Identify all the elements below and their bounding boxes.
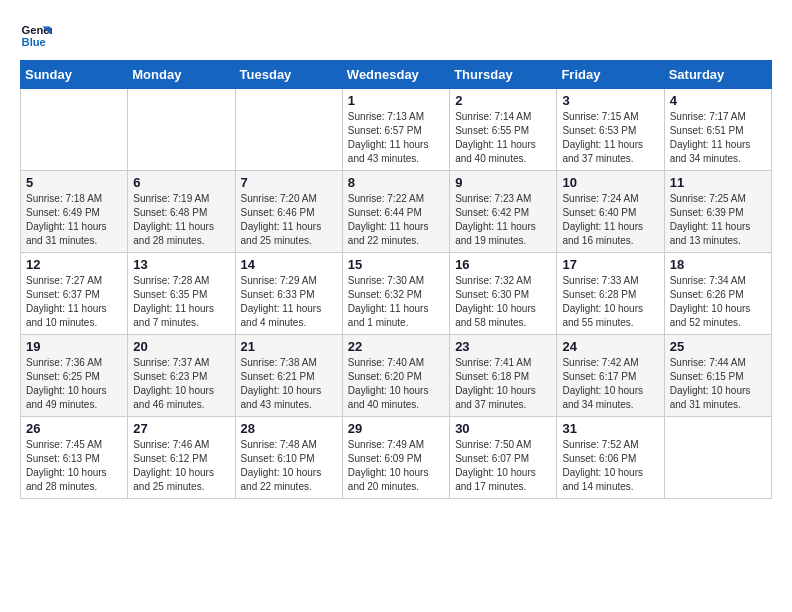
day-info: Sunrise: 7:19 AM Sunset: 6:48 PM Dayligh… <box>133 192 229 248</box>
weekday-header: Wednesday <box>342 61 449 89</box>
day-number: 5 <box>26 175 122 190</box>
day-number: 16 <box>455 257 551 272</box>
calendar-cell: 14Sunrise: 7:29 AM Sunset: 6:33 PM Dayli… <box>235 253 342 335</box>
calendar-cell: 12Sunrise: 7:27 AM Sunset: 6:37 PM Dayli… <box>21 253 128 335</box>
day-info: Sunrise: 7:38 AM Sunset: 6:21 PM Dayligh… <box>241 356 337 412</box>
day-info: Sunrise: 7:30 AM Sunset: 6:32 PM Dayligh… <box>348 274 444 330</box>
calendar-cell <box>664 417 771 499</box>
calendar-cell: 17Sunrise: 7:33 AM Sunset: 6:28 PM Dayli… <box>557 253 664 335</box>
calendar-cell: 15Sunrise: 7:30 AM Sunset: 6:32 PM Dayli… <box>342 253 449 335</box>
weekday-header: Saturday <box>664 61 771 89</box>
calendar-table: SundayMondayTuesdayWednesdayThursdayFrid… <box>20 60 772 499</box>
day-info: Sunrise: 7:23 AM Sunset: 6:42 PM Dayligh… <box>455 192 551 248</box>
calendar-cell: 20Sunrise: 7:37 AM Sunset: 6:23 PM Dayli… <box>128 335 235 417</box>
page-header: General Blue <box>20 20 772 52</box>
day-number: 2 <box>455 93 551 108</box>
day-number: 20 <box>133 339 229 354</box>
day-number: 19 <box>26 339 122 354</box>
day-info: Sunrise: 7:34 AM Sunset: 6:26 PM Dayligh… <box>670 274 766 330</box>
calendar-cell: 16Sunrise: 7:32 AM Sunset: 6:30 PM Dayli… <box>450 253 557 335</box>
day-info: Sunrise: 7:48 AM Sunset: 6:10 PM Dayligh… <box>241 438 337 494</box>
day-info: Sunrise: 7:18 AM Sunset: 6:49 PM Dayligh… <box>26 192 122 248</box>
day-number: 6 <box>133 175 229 190</box>
day-number: 18 <box>670 257 766 272</box>
weekday-header: Thursday <box>450 61 557 89</box>
day-number: 1 <box>348 93 444 108</box>
day-info: Sunrise: 7:15 AM Sunset: 6:53 PM Dayligh… <box>562 110 658 166</box>
day-info: Sunrise: 7:33 AM Sunset: 6:28 PM Dayligh… <box>562 274 658 330</box>
day-number: 13 <box>133 257 229 272</box>
day-info: Sunrise: 7:50 AM Sunset: 6:07 PM Dayligh… <box>455 438 551 494</box>
day-info: Sunrise: 7:20 AM Sunset: 6:46 PM Dayligh… <box>241 192 337 248</box>
calendar-cell: 5Sunrise: 7:18 AM Sunset: 6:49 PM Daylig… <box>21 171 128 253</box>
day-info: Sunrise: 7:46 AM Sunset: 6:12 PM Dayligh… <box>133 438 229 494</box>
calendar-cell: 11Sunrise: 7:25 AM Sunset: 6:39 PM Dayli… <box>664 171 771 253</box>
day-info: Sunrise: 7:49 AM Sunset: 6:09 PM Dayligh… <box>348 438 444 494</box>
day-info: Sunrise: 7:40 AM Sunset: 6:20 PM Dayligh… <box>348 356 444 412</box>
weekday-header: Friday <box>557 61 664 89</box>
day-number: 8 <box>348 175 444 190</box>
day-info: Sunrise: 7:29 AM Sunset: 6:33 PM Dayligh… <box>241 274 337 330</box>
day-number: 30 <box>455 421 551 436</box>
logo: General Blue <box>20 20 56 52</box>
calendar-cell: 25Sunrise: 7:44 AM Sunset: 6:15 PM Dayli… <box>664 335 771 417</box>
day-info: Sunrise: 7:13 AM Sunset: 6:57 PM Dayligh… <box>348 110 444 166</box>
calendar-cell: 8Sunrise: 7:22 AM Sunset: 6:44 PM Daylig… <box>342 171 449 253</box>
calendar-cell: 9Sunrise: 7:23 AM Sunset: 6:42 PM Daylig… <box>450 171 557 253</box>
calendar-cell: 1Sunrise: 7:13 AM Sunset: 6:57 PM Daylig… <box>342 89 449 171</box>
calendar-cell: 6Sunrise: 7:19 AM Sunset: 6:48 PM Daylig… <box>128 171 235 253</box>
day-number: 21 <box>241 339 337 354</box>
calendar-cell: 28Sunrise: 7:48 AM Sunset: 6:10 PM Dayli… <box>235 417 342 499</box>
day-info: Sunrise: 7:52 AM Sunset: 6:06 PM Dayligh… <box>562 438 658 494</box>
day-info: Sunrise: 7:41 AM Sunset: 6:18 PM Dayligh… <box>455 356 551 412</box>
day-number: 4 <box>670 93 766 108</box>
calendar-cell: 24Sunrise: 7:42 AM Sunset: 6:17 PM Dayli… <box>557 335 664 417</box>
day-info: Sunrise: 7:42 AM Sunset: 6:17 PM Dayligh… <box>562 356 658 412</box>
day-number: 11 <box>670 175 766 190</box>
day-info: Sunrise: 7:37 AM Sunset: 6:23 PM Dayligh… <box>133 356 229 412</box>
svg-text:Blue: Blue <box>22 36 46 48</box>
calendar-cell: 13Sunrise: 7:28 AM Sunset: 6:35 PM Dayli… <box>128 253 235 335</box>
day-info: Sunrise: 7:14 AM Sunset: 6:55 PM Dayligh… <box>455 110 551 166</box>
day-info: Sunrise: 7:28 AM Sunset: 6:35 PM Dayligh… <box>133 274 229 330</box>
day-number: 28 <box>241 421 337 436</box>
day-info: Sunrise: 7:25 AM Sunset: 6:39 PM Dayligh… <box>670 192 766 248</box>
day-info: Sunrise: 7:44 AM Sunset: 6:15 PM Dayligh… <box>670 356 766 412</box>
calendar-cell: 23Sunrise: 7:41 AM Sunset: 6:18 PM Dayli… <box>450 335 557 417</box>
day-info: Sunrise: 7:22 AM Sunset: 6:44 PM Dayligh… <box>348 192 444 248</box>
day-number: 3 <box>562 93 658 108</box>
calendar-cell <box>21 89 128 171</box>
day-number: 10 <box>562 175 658 190</box>
calendar-cell: 4Sunrise: 7:17 AM Sunset: 6:51 PM Daylig… <box>664 89 771 171</box>
day-info: Sunrise: 7:32 AM Sunset: 6:30 PM Dayligh… <box>455 274 551 330</box>
day-number: 12 <box>26 257 122 272</box>
day-info: Sunrise: 7:36 AM Sunset: 6:25 PM Dayligh… <box>26 356 122 412</box>
day-number: 25 <box>670 339 766 354</box>
day-info: Sunrise: 7:24 AM Sunset: 6:40 PM Dayligh… <box>562 192 658 248</box>
day-number: 29 <box>348 421 444 436</box>
day-number: 31 <box>562 421 658 436</box>
day-number: 17 <box>562 257 658 272</box>
day-number: 15 <box>348 257 444 272</box>
weekday-header: Sunday <box>21 61 128 89</box>
day-number: 9 <box>455 175 551 190</box>
day-info: Sunrise: 7:45 AM Sunset: 6:13 PM Dayligh… <box>26 438 122 494</box>
day-number: 14 <box>241 257 337 272</box>
calendar-cell: 31Sunrise: 7:52 AM Sunset: 6:06 PM Dayli… <box>557 417 664 499</box>
calendar-cell: 10Sunrise: 7:24 AM Sunset: 6:40 PM Dayli… <box>557 171 664 253</box>
calendar-cell: 21Sunrise: 7:38 AM Sunset: 6:21 PM Dayli… <box>235 335 342 417</box>
calendar-cell: 7Sunrise: 7:20 AM Sunset: 6:46 PM Daylig… <box>235 171 342 253</box>
calendar-cell <box>235 89 342 171</box>
day-number: 26 <box>26 421 122 436</box>
day-number: 27 <box>133 421 229 436</box>
day-info: Sunrise: 7:17 AM Sunset: 6:51 PM Dayligh… <box>670 110 766 166</box>
calendar-cell: 3Sunrise: 7:15 AM Sunset: 6:53 PM Daylig… <box>557 89 664 171</box>
calendar-cell: 2Sunrise: 7:14 AM Sunset: 6:55 PM Daylig… <box>450 89 557 171</box>
logo-icon: General Blue <box>20 20 52 52</box>
day-number: 24 <box>562 339 658 354</box>
day-number: 7 <box>241 175 337 190</box>
weekday-header: Tuesday <box>235 61 342 89</box>
calendar-cell: 29Sunrise: 7:49 AM Sunset: 6:09 PM Dayli… <box>342 417 449 499</box>
day-number: 22 <box>348 339 444 354</box>
weekday-header: Monday <box>128 61 235 89</box>
